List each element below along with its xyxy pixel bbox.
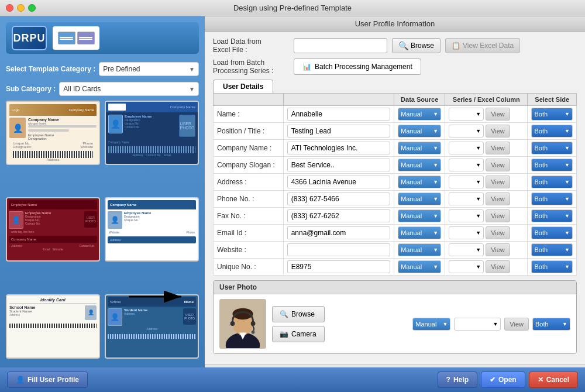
view-btn-1[interactable]: View [486, 125, 510, 137]
view-btn-4[interactable]: View [486, 176, 510, 188]
user-profile-dialog: User Profile Information Load Data fromE… [205, 16, 585, 392]
source-dropdown-9[interactable]: Manual ▼ [398, 260, 441, 273]
field-input-8[interactable] [287, 243, 391, 256]
view-btn-9[interactable]: View [486, 260, 510, 273]
camera-button[interactable]: 📷 Camera [272, 326, 325, 342]
close-window-btn[interactable] [6, 4, 13, 12]
browse-photo-button[interactable]: 🔍 Browse [272, 306, 325, 322]
series-dropdown-7[interactable]: ▼ [449, 226, 484, 239]
chevron-down-icon-3: ▼ [442, 321, 448, 327]
global-help-label: Help [453, 376, 469, 384]
minimize-window-btn[interactable] [17, 4, 25, 12]
field-input-9[interactable] [287, 260, 391, 273]
view-btn-8[interactable]: View [486, 243, 510, 256]
view-btn-7[interactable]: View [486, 226, 510, 239]
sub-category-dropdown[interactable]: All ID Cards ▼ [59, 82, 199, 96]
source-dropdown-7[interactable]: Manual ▼ [398, 226, 441, 239]
field-input-6[interactable] [287, 209, 391, 222]
batch-btn-label: Batch Processing Management [315, 63, 412, 71]
field-input-3[interactable] [287, 159, 391, 171]
series-dropdown-2[interactable]: ▼ [449, 142, 484, 154]
series-dropdown-0[interactable]: ▼ [449, 108, 484, 121]
series-cell-0: ▼ View [445, 106, 528, 123]
side-dropdown-4[interactable]: Both ▼ [531, 176, 573, 188]
field-input-0[interactable] [287, 108, 391, 121]
series-dropdown-1[interactable]: ▼ [449, 125, 484, 137]
template-card-5[interactable]: Identity Card School Name Student Name A… [6, 294, 100, 359]
field-label-5: Phone No. : [214, 191, 284, 208]
template-card-4[interactable]: Company Name 👤 Employee Name Designation… [105, 197, 199, 262]
field-value-cell-8 [283, 242, 394, 259]
source-dropdown-4[interactable]: Manual ▼ [398, 176, 441, 188]
side-dropdown-2[interactable]: Both ▼ [531, 142, 573, 154]
series-dropdown-4[interactable]: ▼ [449, 176, 484, 188]
source-dropdown-8[interactable]: Manual ▼ [398, 243, 441, 256]
series-cell-2: ▼ View [445, 140, 528, 157]
series-cell-7: ▼ View [445, 225, 528, 242]
chevron-icon-series-6: ▼ [476, 213, 481, 219]
photo-series-dropdown[interactable]: ▼ [454, 318, 501, 331]
view-excel-button[interactable]: 📋 View Excel Data [445, 38, 520, 53]
side-dropdown-3[interactable]: Both ▼ [531, 159, 573, 171]
global-footer: 👤 Fill User Profile ? Help ✔ Open ✕ Canc… [0, 367, 585, 392]
side-dropdown-1[interactable]: Both ▼ [531, 125, 573, 137]
global-cancel-button[interactable]: ✕ Cancel [529, 372, 578, 388]
source-dropdown-6[interactable]: Manual ▼ [398, 209, 441, 222]
template-category-dropdown[interactable]: Pre Defined ▼ [99, 62, 199, 76]
view-btn-5[interactable]: View [486, 192, 510, 205]
photo-right-controls: Manual ▼ ▼ View Both ▼ [412, 318, 570, 331]
x-icon-2: ✕ [538, 376, 543, 384]
view-btn-0[interactable]: View [486, 108, 510, 121]
source-dropdown-1[interactable]: Manual ▼ [398, 125, 441, 137]
side-dropdown-8[interactable]: Both ▼ [531, 243, 573, 256]
template-card-3[interactable]: Employee Name 👤 Employee Name Designatio… [6, 197, 100, 262]
excel-file-input[interactable] [294, 38, 387, 53]
maximize-window-btn[interactable] [28, 4, 36, 12]
side-dropdown-9[interactable]: Both ▼ [531, 260, 573, 273]
field-source-cell-2: Manual ▼ [394, 140, 445, 157]
field-label-1: Position / Title : [214, 123, 284, 140]
side-dropdown-0[interactable]: Both ▼ [531, 108, 573, 121]
source-dropdown-2[interactable]: Manual ▼ [398, 142, 441, 154]
field-input-7[interactable] [287, 226, 391, 239]
global-cancel-label: Cancel [546, 376, 569, 384]
series-dropdown-5[interactable]: ▼ [449, 192, 484, 205]
view-excel-label: View Excel Data [463, 42, 514, 50]
series-dropdown-6[interactable]: ▼ [449, 209, 484, 222]
view-btn-6[interactable]: View [486, 209, 510, 222]
tab-user-details[interactable]: User Details [213, 80, 273, 93]
photo-source-dropdown[interactable]: Manual ▼ [412, 318, 450, 331]
global-help-button[interactable]: ? Help [438, 372, 477, 388]
user-photo-section: User Photo [213, 280, 577, 354]
field-source-cell-8: Manual ▼ [394, 242, 445, 259]
source-dropdown-0[interactable]: Manual ▼ [398, 108, 441, 121]
view-btn-2[interactable]: View [486, 142, 510, 154]
template-card-2[interactable]: Company Name 👤 Employee Name Designation… [105, 101, 199, 165]
photo-view-button[interactable]: View [504, 318, 529, 331]
source-dropdown-5[interactable]: Manual ▼ [398, 192, 441, 205]
side-dropdown-7[interactable]: Both ▼ [531, 226, 573, 239]
batch-processing-button[interactable]: 📊 Batch Processing Management [294, 59, 421, 75]
side-dropdown-6[interactable]: Both ▼ [531, 209, 573, 222]
side-dropdown-5[interactable]: Both ▼ [531, 192, 573, 205]
field-input-4[interactable] [287, 176, 391, 188]
table-row: Position / Title : Manual ▼ ▼ View [214, 123, 577, 140]
field-input-1[interactable] [287, 125, 391, 137]
series-dropdown-3[interactable]: ▼ [449, 159, 484, 171]
chevron-icon-source-2: ▼ [433, 145, 438, 151]
field-input-5[interactable] [287, 192, 391, 205]
template-card-1[interactable]: Logo Company Name 👤 Company Name slogan … [6, 101, 100, 165]
global-open-button[interactable]: ✔ Open [481, 372, 525, 388]
field-value-cell-6 [283, 208, 394, 225]
source-dropdown-3[interactable]: Manual ▼ [398, 159, 441, 171]
view-btn-3[interactable]: View [486, 159, 510, 171]
series-dropdown-9[interactable]: ▼ [449, 260, 484, 273]
side-cell-2: Both ▼ [528, 140, 577, 157]
field-input-2[interactable] [287, 142, 391, 154]
series-dropdown-8[interactable]: ▼ [449, 243, 484, 256]
fill-user-profile-button[interactable]: 👤 Fill User Profile [7, 372, 88, 388]
chevron-icon-source-8: ▼ [433, 247, 438, 253]
drpu-logo: DRPU [12, 26, 47, 50]
photo-side-dropdown[interactable]: Both ▼ [532, 318, 570, 331]
browse-excel-button[interactable]: 🔍 Browse [392, 38, 441, 53]
